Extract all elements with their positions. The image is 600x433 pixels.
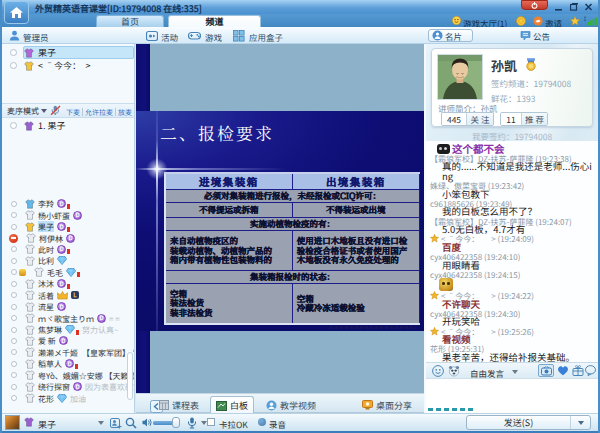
user-list-item[interactable]: 果子D <box>2 221 135 232</box>
add-friend-icon[interactable] <box>110 417 122 429</box>
table-header: 进境集装箱 <box>165 173 292 190</box>
gift-icon[interactable] <box>572 365 584 376</box>
release-mic-link[interactable]: 放麦 <box>116 107 134 117</box>
allow-queue-link[interactable]: 允许拉麦 <box>83 107 115 117</box>
user-name: 果子 <box>38 46 56 59</box>
tab-whiteboard[interactable]: 白板 <box>210 396 254 414</box>
channel-admin-row[interactable]: < ˉ今今： > <box>2 59 135 72</box>
radio-icon <box>11 349 17 355</box>
appbox-button[interactable]: 应用盒子 <box>249 31 283 43</box>
user-name: ｍヾ歌宝主りｍ <box>38 313 94 324</box>
self-avatar[interactable] <box>5 415 20 430</box>
search-icon[interactable] <box>125 417 137 429</box>
user-list-item[interactable]: 焦梦琳努力认真~ <box>2 324 135 335</box>
user-name: 活着 <box>38 290 54 301</box>
user-list-item[interactable]: 活着L <box>2 290 135 301</box>
user-list-item[interactable]: 流星D <box>2 301 135 312</box>
table-span-cell: 必须对集装箱进行报检，未经报检或CIQ许可： <box>165 190 420 203</box>
mic-icon[interactable] <box>187 417 197 429</box>
send-button[interactable]: 发送(S) <box>466 415 591 430</box>
watermark <box>330 326 416 329</box>
user-list-item[interactable]: 柯伊林D <box>2 232 135 243</box>
user-list-item[interactable]: 稻草人D <box>2 358 135 369</box>
coin-icon[interactable] <box>516 16 526 26</box>
purple-shirt-icon <box>24 417 34 427</box>
blue-diamond-badge <box>57 394 67 403</box>
video-toggle-button[interactable] <box>538 364 554 377</box>
tab-screenshare[interactable]: 桌面分享 <box>362 396 412 414</box>
tab-home[interactable]: 首页 <box>96 15 164 27</box>
mic-down-link[interactable]: 下麦 <box>64 107 82 117</box>
chat-input[interactable] <box>426 378 598 413</box>
share-icon[interactable] <box>533 16 543 26</box>
follow-button[interactable]: 445 关 注 <box>441 112 494 126</box>
user-list-item[interactable]: 比利 <box>2 255 135 266</box>
user-list-item[interactable]: 杨小虾蛋D <box>2 209 135 220</box>
radio-icon <box>10 62 17 69</box>
chat-log[interactable]: 这个都不会【霜狼军校】DZ-扶苏-萨菲隆 (19:23:38)真的......不… <box>426 141 598 362</box>
chat-sender: cyx406422358 (19:24:15) <box>430 270 598 278</box>
mic-queue-row[interactable]: 1. 果子 <box>2 119 135 132</box>
whiteboard-canvas[interactable]: 二、报检要求 进境集装箱出境集装箱必须对集装箱进行报检，未经报检或CIQ许可：不… <box>136 44 424 393</box>
user-name: 李羚 <box>38 198 54 209</box>
user-list-item[interactable]: 毛毛 <box>2 267 135 278</box>
user-list-item[interactable]: 爱 新D <box>2 335 135 346</box>
notice-button[interactable]: 公告 <box>517 29 562 42</box>
user-list-item[interactable]: 此时D <box>2 244 135 255</box>
sticker-icon[interactable] <box>448 365 460 377</box>
favorite-star-icon[interactable] <box>570 16 580 26</box>
tab-video[interactable]: 教学视频 <box>266 396 316 414</box>
user-list-item[interactable]: ｍヾ歌宝主りｍD= = <box>2 312 135 323</box>
recommend-button[interactable]: 11 推 荐 <box>500 112 548 126</box>
radio-icon <box>11 201 17 207</box>
table-cell: 使用进口木地板且没有进口检验检疫合格证书或者使用国产木地板没有永久免疫处理的 <box>292 231 419 271</box>
chevron-down-icon[interactable] <box>98 421 104 425</box>
close-icon[interactable] <box>583 2 595 11</box>
chevron-down-icon[interactable] <box>512 370 518 374</box>
channel-owner-row[interactable]: 果子 <box>2 46 135 59</box>
user-name: 果子 <box>48 119 66 132</box>
cyan-shirt-icon <box>25 199 35 209</box>
radio-icon <box>11 269 17 275</box>
bottom-bar: 果子 卡拉OK 录音 发送(S) <box>0 413 600 431</box>
signed-channel: 签约频道：19794008 <box>491 77 571 89</box>
sidebar-scrollbar-thumb[interactable] <box>127 352 133 400</box>
user-name: 焦梦琳 <box>38 324 62 335</box>
volume-slider-knob[interactable] <box>172 417 180 428</box>
table-cell: 来自动植物疫区的装载动植物、动植物产品的箱内带有植物性包装物料的 <box>165 231 292 271</box>
maximize-icon[interactable] <box>568 2 580 11</box>
user-list-item[interactable]: 粤Yò、娥媚☆安娜 【天籁歌手】 <box>2 370 135 381</box>
board-tab-bar: 课程表 白板 教学视频 桌面分享 <box>136 393 424 413</box>
chat-toolbar: 自由发言 <box>426 362 598 378</box>
table-row: 来自动植物疫区的装载动植物、动植物产品的箱内带有植物性包装物料的使用进口木地板且… <box>165 231 420 271</box>
radio-icon <box>11 246 17 252</box>
tab-schedule[interactable]: 课程表 <box>159 396 199 414</box>
chevron-down-icon[interactable] <box>41 109 47 113</box>
user-list-item[interactable]: 绕行探窗D因为表喜欢确定无疑 <box>2 381 135 392</box>
speaker-icon[interactable] <box>142 417 153 428</box>
chat-bubble-icon[interactable] <box>585 365 597 376</box>
admin-button[interactable]: 管理员 <box>23 31 49 43</box>
home-icon[interactable] <box>4 1 29 24</box>
game-button[interactable]: 游戏 <box>205 31 222 43</box>
emoticon-icon[interactable] <box>432 365 444 377</box>
record-dot-icon[interactable] <box>258 418 266 426</box>
card-icon <box>432 30 443 41</box>
table-row: 集装箱报检时的状态： <box>165 270 420 283</box>
send-dropdown[interactable] <box>570 416 590 429</box>
user-list-item[interactable]: 李羚D <box>2 198 135 209</box>
tab-whiteboard-label: 白板 <box>230 399 248 412</box>
heart-icon[interactable] <box>557 365 569 376</box>
tab-channel[interactable]: 频道 <box>168 15 261 27</box>
name-card-button[interactable]: 名片 <box>428 29 473 42</box>
user-list-item[interactable]: 濑濑メ千姬 【皇家军团】 <box>2 347 135 358</box>
self-name: 果子 <box>38 418 56 431</box>
user-list-item[interactable]: 沐沐D <box>2 278 135 289</box>
user-list-item[interactable]: 花形加油 <box>2 392 135 403</box>
activity-button[interactable]: 活动 <box>161 31 178 43</box>
minimize-icon[interactable] <box>553 2 565 11</box>
table-span-cell: 集装箱报检时的状态： <box>165 270 420 283</box>
karaoke-checkbox[interactable] <box>207 418 215 426</box>
mic-mode-label[interactable]: 麦序模式 <box>7 105 39 116</box>
power-button[interactable] <box>521 0 548 10</box>
